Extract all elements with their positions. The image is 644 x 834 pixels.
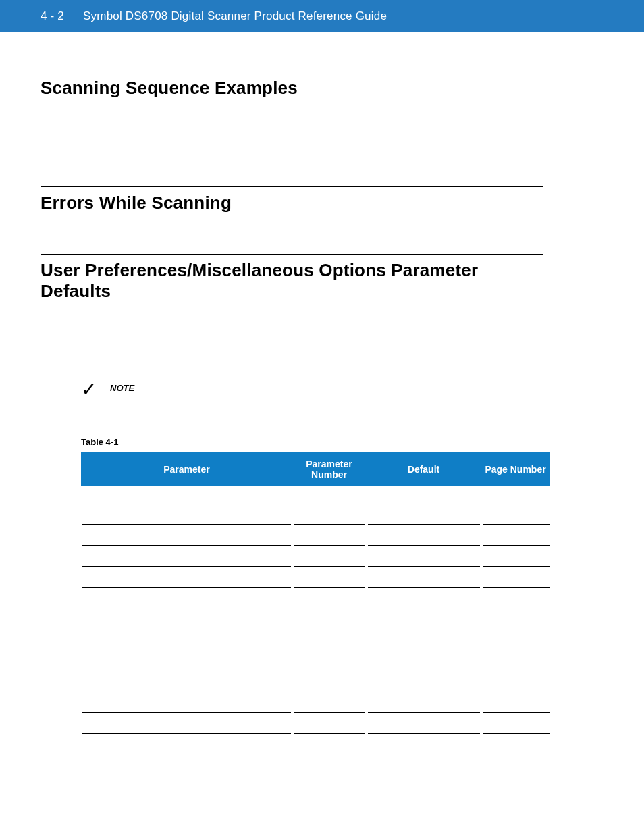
table-cell <box>82 486 292 504</box>
table-cell <box>292 692 367 713</box>
heading-scanning-sequence-examples: Scanning Sequence Examples <box>41 78 543 99</box>
col-header-default: Default <box>367 453 481 486</box>
table-cell <box>367 546 481 567</box>
checkmark-icon: ✓ <box>81 383 97 396</box>
table-cell <box>82 546 292 567</box>
note-label: NOTE <box>110 383 134 393</box>
table-cell <box>481 546 550 567</box>
table-cell <box>481 692 550 713</box>
table-cell <box>367 713 481 734</box>
heading-errors-while-scanning: Errors While Scanning <box>41 192 543 213</box>
table-cell <box>292 713 367 734</box>
table-cell <box>367 525 481 546</box>
table-cell <box>367 608 481 629</box>
table-row <box>82 629 550 650</box>
table-cell <box>367 567 481 588</box>
table-cell <box>481 567 550 588</box>
table-cell <box>292 567 367 588</box>
section-rule <box>41 254 543 255</box>
spacer <box>41 99 543 186</box>
page-header-bar: 4 - 2 Symbol DS6708 Digital Scanner Prod… <box>0 0 644 32</box>
table-cell <box>481 629 550 650</box>
table-cell <box>82 567 292 588</box>
table-cell <box>82 650 292 671</box>
table-cell <box>481 486 550 504</box>
table-row <box>82 608 550 629</box>
table-cell <box>292 650 367 671</box>
table-row <box>82 504 550 525</box>
table-cell <box>292 608 367 629</box>
table-cell <box>481 504 550 525</box>
table-row <box>82 546 550 567</box>
table-cell <box>82 692 292 713</box>
table-cell <box>292 671 367 692</box>
table-cell <box>82 608 292 629</box>
table-caption: Table 4-1 <box>81 437 543 447</box>
table-cell <box>292 546 367 567</box>
table-cell <box>292 504 367 525</box>
table-cell <box>367 486 481 504</box>
table-cell <box>82 671 292 692</box>
table-container: Table 4-1 Parameter Parameter Number Def… <box>81 437 543 734</box>
spacer <box>41 213 543 254</box>
table-cell <box>82 588 292 608</box>
table-row <box>82 588 550 608</box>
table-cell <box>292 525 367 546</box>
table-header-row: Parameter Parameter Number Default Page … <box>82 453 550 486</box>
parameter-defaults-table: Parameter Parameter Number Default Page … <box>81 452 550 734</box>
table-cell <box>481 671 550 692</box>
col-header-parameter-number: Parameter Number <box>292 453 367 486</box>
page-root: 4 - 2 Symbol DS6708 Digital Scanner Prod… <box>0 0 644 834</box>
table-row <box>82 486 550 504</box>
table-cell <box>82 525 292 546</box>
note-callout: ✓ NOTE <box>81 383 543 396</box>
table-cell <box>367 692 481 713</box>
table-row <box>82 525 550 546</box>
table-cell <box>82 504 292 525</box>
table-cell <box>292 486 367 504</box>
table-row <box>82 567 550 588</box>
table-cell <box>292 588 367 608</box>
col-header-parameter: Parameter <box>82 453 292 486</box>
col-header-page-number: Page Number <box>481 453 550 486</box>
heading-user-preferences-defaults: User Preferences/Miscellaneous Options P… <box>41 260 543 302</box>
table-cell <box>481 608 550 629</box>
table-cell <box>82 629 292 650</box>
section-rule <box>41 72 543 72</box>
page-content: Scanning Sequence Examples Errors While … <box>0 72 644 734</box>
document-title: Symbol DS6708 Digital Scanner Product Re… <box>83 9 387 23</box>
table-cell <box>481 525 550 546</box>
page-number: 4 - 2 <box>41 9 64 23</box>
table-row <box>82 713 550 734</box>
table-cell <box>367 588 481 608</box>
table-cell <box>367 671 481 692</box>
table-cell <box>82 713 292 734</box>
table-row <box>82 692 550 713</box>
table-cell <box>367 504 481 525</box>
table-cell <box>481 713 550 734</box>
section-rule <box>41 186 543 187</box>
table-row <box>82 650 550 671</box>
table-cell <box>367 650 481 671</box>
table-row <box>82 671 550 692</box>
table-cell <box>481 588 550 608</box>
table-cell <box>367 629 481 650</box>
table-cell <box>481 650 550 671</box>
table-cell <box>292 629 367 650</box>
